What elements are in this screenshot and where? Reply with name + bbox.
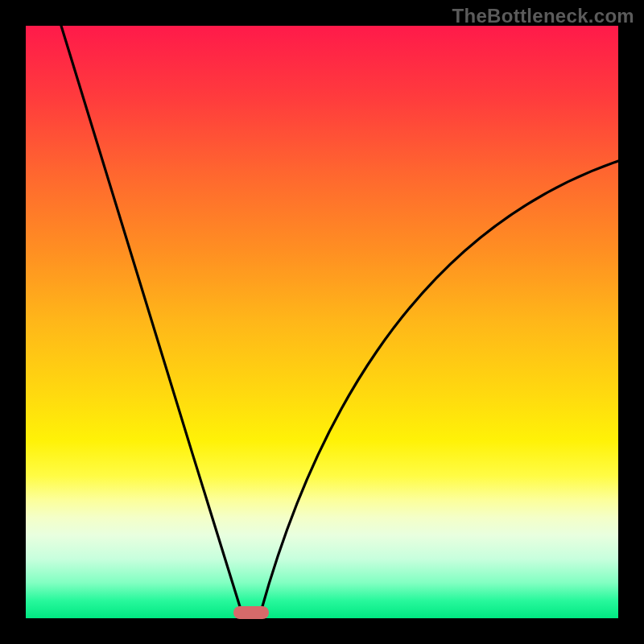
curve-left-branch	[61, 26, 242, 612]
bottleneck-curve	[26, 26, 618, 618]
plot-area	[26, 26, 618, 618]
curve-right-branch	[261, 161, 618, 612]
watermark-text: TheBottleneck.com	[452, 5, 634, 27]
chart-frame: TheBottleneck.com	[0, 0, 644, 644]
trough-marker	[233, 606, 269, 619]
